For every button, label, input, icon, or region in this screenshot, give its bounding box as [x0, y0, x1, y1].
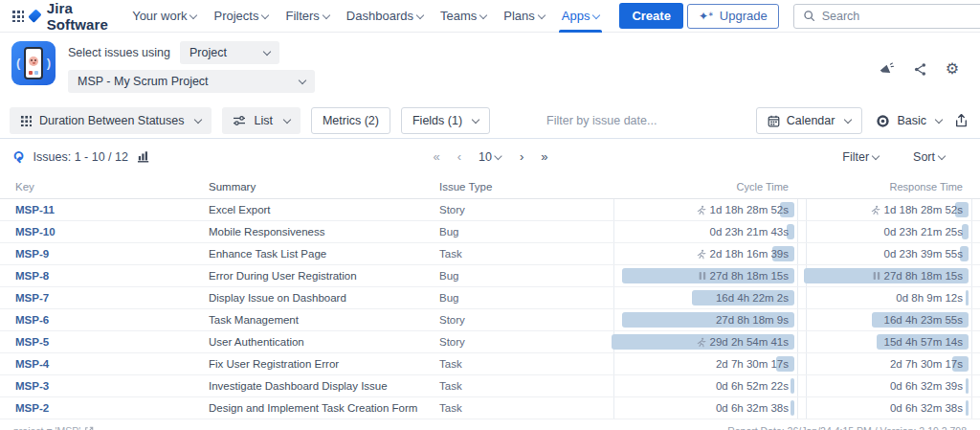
- column-header-cycle-time[interactable]: Cycle Time: [613, 174, 798, 198]
- table-row[interactable]: MSP-2Design and Implement Task Creation …: [0, 397, 980, 419]
- table-row[interactable]: MSP-9Enhance Task List PageTask2d 18h 16…: [0, 243, 980, 265]
- display-mode-select[interactable]: Basic: [875, 114, 942, 128]
- export-icon[interactable]: [954, 113, 969, 128]
- issue-type: Task: [439, 402, 613, 414]
- response-time-cell: 15d 4h 57m 14s: [806, 331, 972, 352]
- table-row[interactable]: MSP-5User AuthenticationStory29d 2h 54m …: [0, 331, 980, 353]
- nav-item-apps[interactable]: Apps: [553, 0, 609, 33]
- issues-count: Issues: 1 - 10 / 12: [33, 150, 128, 164]
- issue-key-link[interactable]: MSP-8: [0, 270, 209, 282]
- cycle-time-cell: 2d 7h 30m 17s: [613, 353, 798, 374]
- share-icon[interactable]: [913, 62, 927, 77]
- cycle-time-cell: 0d 6h 32m 38s: [613, 397, 798, 419]
- cycle-time-cell: 29d 2h 54m 41s: [613, 331, 798, 352]
- announcement-icon[interactable]: [878, 61, 895, 77]
- jql-query[interactable]: project = 'MSP': [13, 425, 94, 430]
- cycle-time-cell-content: 27d 8h 18m 15s: [614, 265, 797, 286]
- app-switcher-icon[interactable]: [11, 4, 24, 29]
- prev-page-button[interactable]: ‹: [457, 149, 460, 164]
- app-header: ( ) Select issues using Project MSP - My…: [0, 33, 980, 103]
- date-filter-input[interactable]: Filter by issue date...: [546, 114, 657, 127]
- app-logo-decoration: ): [47, 56, 51, 70]
- nav-item-plans[interactable]: Plans: [495, 0, 553, 33]
- issue-key-link[interactable]: MSP-6: [0, 314, 209, 326]
- metrics-button[interactable]: Metrics (2): [311, 107, 390, 134]
- duration-value: 15d 4h 57m 14s: [884, 336, 963, 348]
- issue-key-link[interactable]: MSP-7: [0, 292, 209, 304]
- issue-key-link[interactable]: MSP-4: [0, 358, 209, 370]
- response-time-cell-content: 0d 23h 21m 25s: [807, 221, 971, 242]
- chevron-down-icon: [592, 11, 600, 18]
- first-page-button[interactable]: «: [433, 149, 438, 164]
- column-header-key[interactable]: Key: [0, 181, 209, 192]
- issue-key-link[interactable]: MSP-2: [0, 402, 209, 414]
- table-row[interactable]: MSP-3Investigate Dashboard Display Issue…: [0, 375, 980, 397]
- issue-key-link[interactable]: MSP-3: [0, 380, 209, 392]
- jira-brand[interactable]: Jira Software: [28, 0, 120, 33]
- chevron-down-icon: [261, 11, 269, 18]
- issue-source-type-select[interactable]: Project: [180, 41, 279, 64]
- nav-item-label: Plans: [503, 9, 535, 23]
- nav-item-teams[interactable]: Teams: [432, 0, 495, 33]
- chevron-down-icon: [938, 151, 946, 159]
- refresh-icon[interactable]: ⟳: [10, 150, 27, 163]
- cycle-time-cell: 16d 4h 22m 2s: [613, 287, 798, 308]
- duration-value: 0d 6h 32m 38s: [716, 402, 789, 414]
- filter-dropdown[interactable]: Filter: [842, 150, 879, 164]
- sort-dropdown[interactable]: Sort: [913, 150, 945, 164]
- issue-key-link[interactable]: MSP-5: [0, 336, 209, 348]
- app-logo-decoration: (: [16, 56, 20, 70]
- issue-summary: Mobile Responsiveness: [209, 226, 439, 238]
- bar-chart-toggle-icon[interactable]: [137, 150, 150, 163]
- column-gap: [798, 353, 806, 374]
- grid-icon: [20, 115, 32, 126]
- column-gap: [798, 221, 806, 242]
- phone-icon: [24, 47, 43, 79]
- nav-item-projects[interactable]: Projects: [205, 0, 277, 33]
- page-size-select[interactable]: 10: [479, 150, 501, 164]
- table-row[interactable]: MSP-6Task ManagementStory27d 8h 18m 9s16…: [0, 309, 980, 331]
- chevron-down-icon: [479, 11, 487, 18]
- issue-key-link[interactable]: MSP-11: [0, 204, 209, 215]
- column-header-response-time[interactable]: Response Time: [806, 174, 972, 198]
- issue-key-link[interactable]: MSP-10: [0, 226, 209, 238]
- cycle-time-cell: 1d 18h 28m 52s: [613, 199, 798, 220]
- last-page-button[interactable]: »: [541, 149, 546, 164]
- issue-summary: Investigate Dashboard Display Issue: [209, 380, 439, 392]
- cycle-time-cell-content: 0d 6h 32m 38s: [614, 397, 797, 419]
- table-row[interactable]: MSP-8Error During User RegistrationBug27…: [0, 265, 980, 287]
- toolbar-right-group: Calendar Basic: [756, 107, 969, 134]
- view-select[interactable]: List: [222, 107, 300, 134]
- upgrade-button[interactable]: ✦∗ Upgrade: [687, 4, 779, 29]
- cycle-time-cell: 0d 23h 21m 43s: [613, 221, 798, 242]
- duration-value: 27d 8h 18m 9s: [716, 314, 789, 326]
- project-select[interactable]: MSP - My Scrum Project: [68, 70, 315, 93]
- primary-nav: Your workProjectsFiltersDashboardsTeamsP…: [123, 0, 608, 33]
- app-settings-gear-icon[interactable]: ⚙: [946, 61, 959, 77]
- search-input[interactable]: [822, 10, 975, 23]
- calendar-button[interactable]: Calendar: [756, 107, 863, 134]
- next-page-button[interactable]: ›: [520, 149, 523, 164]
- fields-button[interactable]: Fields (1): [401, 107, 490, 134]
- table-row[interactable]: MSP-4Fix User Registration ErrorTask2d 7…: [0, 353, 980, 375]
- search-box[interactable]: [793, 4, 980, 29]
- table-row[interactable]: MSP-7Display Issue on DashboardBug16d 4h…: [0, 287, 980, 309]
- chevron-down-icon: [299, 77, 306, 84]
- nav-item-dashboards[interactable]: Dashboards: [338, 0, 432, 33]
- issue-key-link[interactable]: MSP-9: [0, 248, 209, 260]
- column-header-issue-type[interactable]: Issue Type: [439, 181, 613, 192]
- duration-value: 27d 8h 18m 15s: [884, 270, 963, 282]
- fields-label: Fields (1): [412, 114, 462, 127]
- column-header-summary[interactable]: Summary: [209, 181, 439, 192]
- table-row[interactable]: MSP-10Mobile ResponsivenessBug0d 23h 21m…: [0, 221, 980, 243]
- nav-item-label: Projects: [213, 9, 258, 23]
- create-button[interactable]: Create: [619, 3, 682, 29]
- issue-summary: Display Issue on Dashboard: [209, 292, 439, 304]
- nav-item-your-work[interactable]: Your work: [123, 0, 205, 33]
- table-row[interactable]: MSP-11Excel ExportStory1d 18h 28m 52s1d …: [0, 199, 980, 221]
- column-gap: [798, 287, 806, 308]
- report-type-select[interactable]: Duration Between Statuses: [10, 107, 212, 134]
- cycle-time-cell-content: 2d 18h 16m 39s: [614, 243, 797, 264]
- chevron-down-icon: [323, 11, 330, 18]
- nav-item-filters[interactable]: Filters: [277, 0, 337, 33]
